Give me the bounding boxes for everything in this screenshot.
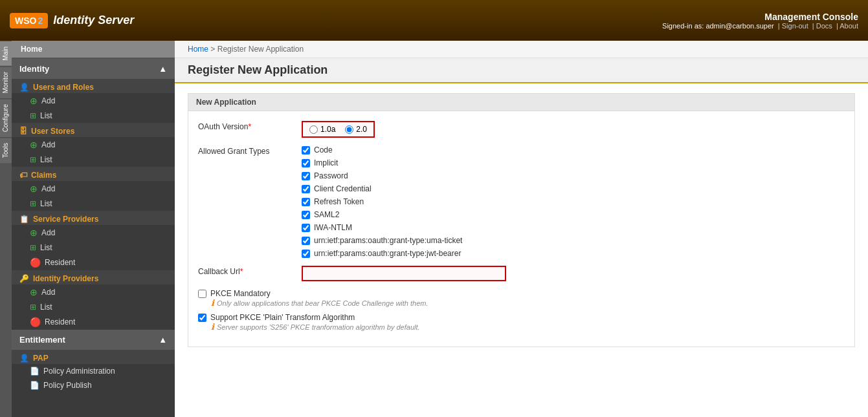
add-icon: ⊕ xyxy=(30,287,38,297)
oauth-10a-option[interactable]: 1.0a xyxy=(309,125,335,134)
oauth-10a-radio[interactable] xyxy=(309,125,318,134)
user-stores-icon: 🗄 xyxy=(19,127,27,136)
policy-admin-icon: 📄 xyxy=(30,367,39,376)
oauth-version-row: OAuth Version* 1.0a 2.0 xyxy=(198,121,845,138)
oauth-20-option[interactable]: 2.0 xyxy=(345,125,367,134)
grant-iwa-ntlm-checkbox[interactable] xyxy=(302,224,310,232)
grant-type-iwa-ntlm[interactable]: IWA-NTLM xyxy=(302,223,845,232)
sidebar-group-users-roles[interactable]: 👤 Users and Roles xyxy=(12,79,175,93)
add-icon: ⊕ xyxy=(30,184,38,194)
page-title: Register New Application xyxy=(188,63,855,77)
sidebar-item-sp-add[interactable]: ⊕ Add xyxy=(12,225,175,241)
breadcrumb-home[interactable]: Home xyxy=(188,45,208,54)
docs-link[interactable]: Docs xyxy=(816,22,832,30)
identity-providers-label: Identity Providers xyxy=(33,274,98,283)
callback-url-row: Callback Url* xyxy=(198,266,845,281)
grant-type-jwt-bearer[interactable]: urn:ietf:params:oauth:grant-type:jwt-bea… xyxy=(302,249,845,258)
add-icon: ⊕ xyxy=(30,228,38,238)
sidebar-item-stores-list[interactable]: ⊞ List xyxy=(12,153,175,167)
sidebar-item-idp-resident[interactable]: 🔴 Resident xyxy=(12,314,175,330)
callback-url-label: Callback Url* xyxy=(198,266,302,276)
sidebar-item-label: List xyxy=(40,303,52,312)
grant-password-checkbox[interactable] xyxy=(302,172,310,180)
signed-in-user: admin@carbon.super xyxy=(706,22,773,30)
pkce-plain-label[interactable]: Support PKCE 'Plain' Transform Algorithm xyxy=(198,313,845,322)
grant-refresh-token-checkbox[interactable] xyxy=(302,198,310,206)
grant-type-client-credential[interactable]: Client Credential xyxy=(302,184,845,193)
sidebar-item-label: Policy Administration xyxy=(43,367,115,376)
grant-type-uma-ticket[interactable]: urn:ietf:params:oauth:grant-type:uma-tic… xyxy=(302,236,845,245)
sidebar-item-policy-publish[interactable]: 📄 Policy Publish xyxy=(12,378,175,392)
oauth-20-radio[interactable] xyxy=(345,125,353,134)
sidebar-entitlement-toggle: ▲ xyxy=(159,335,167,345)
sidebar-group-service-providers[interactable]: 📋 Service Providers xyxy=(12,211,175,225)
logo-text: Identity Server xyxy=(53,14,134,27)
logo-area: WSO2 Identity Server xyxy=(10,13,134,28)
section-body: OAuth Version* 1.0a 2.0 xyxy=(188,111,854,347)
sidebar-group-claims[interactable]: 🏷 Claims xyxy=(12,167,175,181)
about-link[interactable]: About xyxy=(840,22,858,30)
pap-label: PAP xyxy=(33,354,49,363)
sidebar-item-sp-resident[interactable]: 🔴 Resident xyxy=(12,255,175,270)
sidebar-identity-toggle: ▲ xyxy=(159,64,167,74)
signed-in-info: Signed-in as: admin@carbon.super | Sign-… xyxy=(662,22,858,30)
list-icon: ⊞ xyxy=(30,243,36,252)
policy-publish-icon: 📄 xyxy=(30,381,39,390)
oauth-version-label: OAuth Version* xyxy=(198,121,302,131)
pkce-plain-row: Support PKCE 'Plain' Transform Algorithm… xyxy=(198,313,845,332)
callback-url-input[interactable] xyxy=(307,269,501,278)
sidebar-item-claims-add[interactable]: ⊕ Add xyxy=(12,181,175,197)
callback-url-controls xyxy=(302,266,845,281)
grant-jwt-bearer-checkbox[interactable] xyxy=(302,250,310,258)
grant-saml2-checkbox[interactable] xyxy=(302,211,310,219)
sidebar-item-claims-list[interactable]: ⊞ List xyxy=(12,197,175,211)
sidebar-item-label: Add xyxy=(41,228,55,237)
users-roles-icon: 👤 xyxy=(19,83,29,92)
new-application-section: New Application OAuth Version* 1.0a xyxy=(188,93,855,347)
grant-uma-ticket-checkbox[interactable] xyxy=(302,237,310,245)
sidebar-identity-header[interactable]: Identity ▲ xyxy=(12,59,175,79)
tab-monitor[interactable]: Monitor xyxy=(0,66,12,98)
tab-configure[interactable]: Configure xyxy=(0,98,12,137)
grant-implicit-checkbox[interactable] xyxy=(302,159,310,167)
sidebar-item-stores-add[interactable]: ⊕ Add xyxy=(12,137,175,153)
sign-out-link[interactable]: Sign-out xyxy=(782,22,808,30)
sidebar-item-sp-list[interactable]: ⊞ List xyxy=(12,241,175,255)
sidebar-group-user-stores[interactable]: 🗄 User Stores xyxy=(12,123,175,137)
sidebar-item-label: List xyxy=(40,155,52,164)
sidebar-item-label: Add xyxy=(41,184,55,193)
side-tabs: Main Monitor Configure Tools xyxy=(0,41,12,417)
tab-tools[interactable]: Tools xyxy=(0,137,12,163)
sidebar-item-idp-add[interactable]: ⊕ Add xyxy=(12,284,175,300)
grant-client-credential-checkbox[interactable] xyxy=(302,185,310,193)
sidebar-entitlement-header[interactable]: Entitlement ▲ xyxy=(12,330,175,350)
pkce-plain-checkbox[interactable] xyxy=(198,314,206,322)
grant-type-code[interactable]: Code xyxy=(302,145,845,155)
info-icon: ℹ xyxy=(211,322,214,332)
sidebar-item-label: Policy Publish xyxy=(43,381,92,390)
pap-icon: 👤 xyxy=(19,354,29,363)
pkce-mandatory-label[interactable]: PKCE Mandatory xyxy=(198,289,845,298)
list-icon: ⊞ xyxy=(30,111,36,120)
grant-type-refresh-token[interactable]: Refresh Token xyxy=(302,197,845,206)
sidebar-group-pap[interactable]: 👤 PAP xyxy=(12,350,175,364)
grant-type-implicit[interactable]: Implicit xyxy=(302,158,845,167)
header: WSO2 Identity Server Management Console … xyxy=(0,0,868,41)
pkce-mandatory-row: PKCE Mandatory ℹ Only allow applications… xyxy=(198,289,845,308)
pkce-mandatory-checkbox[interactable] xyxy=(198,290,206,298)
sidebar-identity-label: Identity xyxy=(19,64,49,74)
tab-main[interactable]: Main xyxy=(0,41,12,66)
oauth-version-box: 1.0a 2.0 xyxy=(302,121,375,138)
sidebar-item-label: Resident xyxy=(45,317,75,326)
sidebar-group-identity-providers[interactable]: 🔑 Identity Providers xyxy=(12,270,175,284)
add-icon: ⊕ xyxy=(30,140,38,150)
sidebar-item-users-list[interactable]: ⊞ List xyxy=(12,109,175,123)
sidebar-item-idp-list[interactable]: ⊞ List xyxy=(12,300,175,314)
sidebar-item-label: Add xyxy=(41,140,55,149)
grant-type-password[interactable]: Password xyxy=(302,171,845,180)
grant-code-checkbox[interactable] xyxy=(302,146,310,155)
sidebar-home[interactable]: Home xyxy=(12,41,175,59)
grant-type-saml2[interactable]: SAML2 xyxy=(302,210,845,219)
sidebar-item-users-add[interactable]: ⊕ Add xyxy=(12,93,175,109)
sidebar-item-policy-admin[interactable]: 📄 Policy Administration xyxy=(12,364,175,378)
